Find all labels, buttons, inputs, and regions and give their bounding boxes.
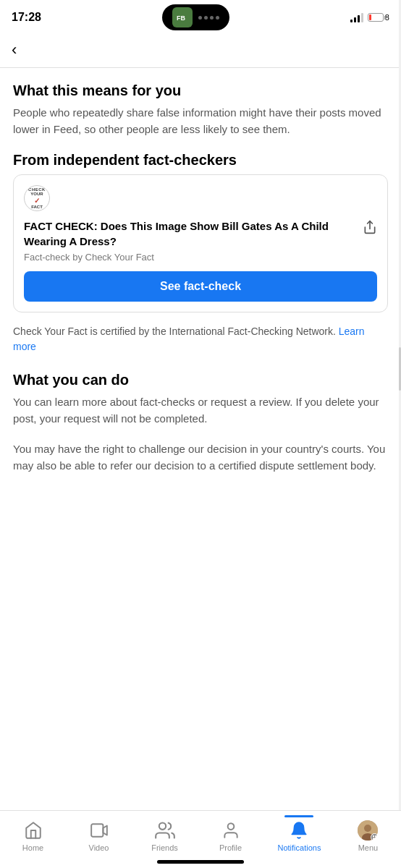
nav-item-video[interactable]: Video [77,815,121,855]
home-indicator [157,860,244,864]
svg-rect-12 [373,838,374,839]
signal-icon [350,12,363,22]
active-indicator [284,815,313,817]
status-bar: 17:28 FB 8 [0,0,401,32]
nav-item-notifications[interactable]: Notifications [275,815,324,855]
what-you-can-do-section: What you can do You can learn more about… [13,372,388,427]
fact-check-card: CHECK YOUR ✓ FACT FACT CHECK: Does This … [13,174,388,312]
notifications-icon [289,820,309,841]
svg-text:FB: FB [177,14,185,22]
fact-checker-logo: CHECK YOUR ✓ FACT [24,185,377,211]
what-this-means-body: People who repeatedly share false inform… [13,105,388,137]
home-label: Home [22,843,43,852]
notifications-label: Notifications [278,843,321,852]
app-icon: FB [172,7,193,27]
checkyourfact-logo: CHECK YOUR ✓ FACT [24,185,50,211]
home-icon [23,820,43,841]
bottom-nav: Home Video Friends [0,810,401,868]
nav-item-friends[interactable]: Friends [143,815,187,855]
svg-rect-13 [375,838,376,839]
main-content: What this means for you People who repea… [0,68,401,500]
share-icon[interactable] [363,220,377,238]
back-button[interactable]: ‹ [12,38,22,62]
battery-indicator: 8 [368,13,389,22]
what-you-can-do-body: You can learn more about fact-checks or … [13,394,388,427]
svg-rect-11 [375,835,376,837]
certified-text: Check Your Fact is certified by the Inte… [13,324,388,354]
nav-item-profile[interactable]: Profile [209,815,253,855]
fact-card-source: Fact-check by Check Your Fact [24,252,355,263]
fact-card-title: FACT CHECK: Does This Image Show Bill Ga… [24,218,355,249]
what-you-can-do-title: What you can do [13,372,388,388]
nav-item-home[interactable]: Home [12,815,55,855]
fact-card-text: FACT CHECK: Does This Image Show Bill Ga… [24,218,363,263]
menu-label: Menu [358,843,379,852]
status-right: 8 [350,12,389,22]
status-dots [198,16,219,20]
friends-icon [155,820,175,841]
video-icon [89,820,109,841]
battery-icon [368,13,384,22]
profile-label: Profile [219,843,242,852]
friends-label: Friends [151,843,178,852]
nav-item-menu[interactable]: Menu [346,815,389,855]
avatar [358,820,378,841]
status-pill: FB [162,4,229,30]
what-this-means-title: What this means for you [13,82,388,99]
svg-point-8 [364,825,371,832]
header-nav: ‹ [0,32,401,68]
challenge-text: You may have the right to challenge our … [13,441,388,474]
video-label: Video [89,843,109,852]
avatar-badge [371,833,378,841]
svg-rect-10 [373,835,374,837]
svg-point-5 [159,823,165,830]
menu-icon [358,820,378,841]
svg-point-6 [227,823,234,830]
svg-marker-4 [103,826,106,835]
fact-card-content: FACT CHECK: Does This Image Show Bill Ga… [24,218,377,263]
svg-rect-3 [91,824,103,836]
see-fact-check-button[interactable]: See fact-check [24,271,377,302]
profile-icon [221,820,241,841]
status-time: 17:28 [12,11,41,24]
from-fact-checkers-title: From independent fact-checkers [13,152,388,169]
